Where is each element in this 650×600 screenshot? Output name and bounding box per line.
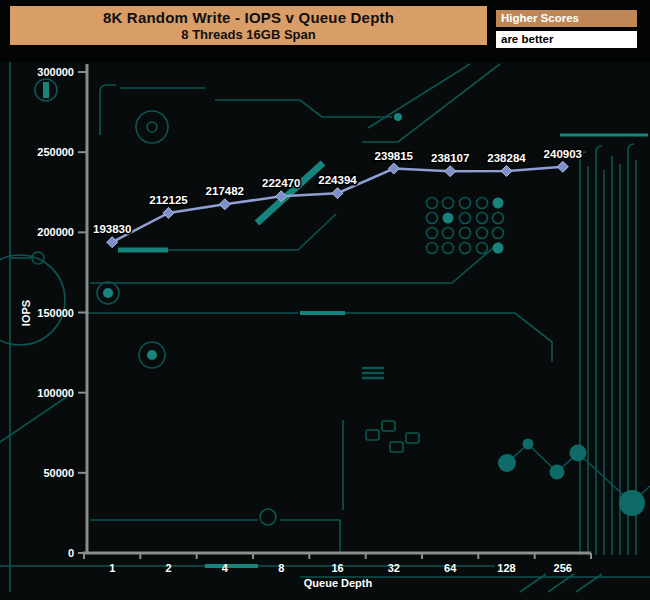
y-tick-label: 0 bbox=[68, 547, 74, 559]
data-point-marker bbox=[107, 237, 118, 248]
y-tick-label: 100000 bbox=[37, 387, 74, 399]
data-point-label: 240903 bbox=[544, 148, 582, 160]
x-tick-label: 128 bbox=[497, 562, 515, 574]
data-point-marker bbox=[276, 191, 287, 202]
badge-are-better: are better bbox=[495, 30, 638, 49]
higher-scores-badge: Higher Scores are better bbox=[495, 9, 638, 49]
data-point-marker bbox=[445, 166, 456, 177]
x-tick-label: 64 bbox=[444, 562, 457, 574]
y-tick-label: 150000 bbox=[37, 307, 74, 319]
data-point-label: 239815 bbox=[375, 150, 414, 162]
data-point-label: 193830 bbox=[93, 223, 131, 235]
x-tick-label: 16 bbox=[331, 562, 343, 574]
data-point-label: 217482 bbox=[206, 185, 244, 197]
data-point-marker bbox=[163, 207, 174, 218]
y-tick-label: 250000 bbox=[37, 146, 74, 158]
data-point-label: 222470 bbox=[262, 177, 300, 189]
x-tick-label: 256 bbox=[554, 562, 572, 574]
y-tick-label: 200000 bbox=[37, 226, 74, 238]
chart-subtitle: 8 Threads 16GB Span bbox=[10, 27, 487, 42]
iops-line-chart: 0500001000001500002000002500003000001248… bbox=[0, 0, 650, 600]
x-tick-label: 1 bbox=[109, 562, 115, 574]
x-tick-label: 8 bbox=[278, 562, 284, 574]
x-axis-title: Queue Depth bbox=[304, 577, 373, 589]
data-point-label: 238284 bbox=[487, 152, 526, 164]
y-tick-label: 300000 bbox=[37, 66, 74, 78]
data-point-marker bbox=[388, 163, 399, 174]
data-point-marker bbox=[501, 166, 512, 177]
chart-title-box: 8K Random Write - IOPS v Queue Depth 8 T… bbox=[9, 5, 488, 46]
y-tick-label: 50000 bbox=[43, 467, 74, 479]
x-tick-label: 32 bbox=[388, 562, 400, 574]
screenshot-root: 0500001000001500002000002500003000001248… bbox=[0, 0, 650, 600]
chart-title: 8K Random Write - IOPS v Queue Depth bbox=[10, 9, 487, 26]
badge-higher-scores: Higher Scores bbox=[495, 9, 638, 28]
data-point-marker bbox=[332, 188, 343, 199]
x-tick-label: 4 bbox=[222, 562, 229, 574]
data-point-label: 212125 bbox=[149, 194, 188, 206]
data-point-marker bbox=[557, 161, 568, 172]
data-point-marker bbox=[219, 199, 230, 210]
data-point-label: 224394 bbox=[318, 174, 357, 186]
y-axis-title: IOPS bbox=[20, 300, 32, 326]
data-point-label: 238107 bbox=[431, 152, 469, 164]
x-tick-label: 2 bbox=[165, 562, 171, 574]
